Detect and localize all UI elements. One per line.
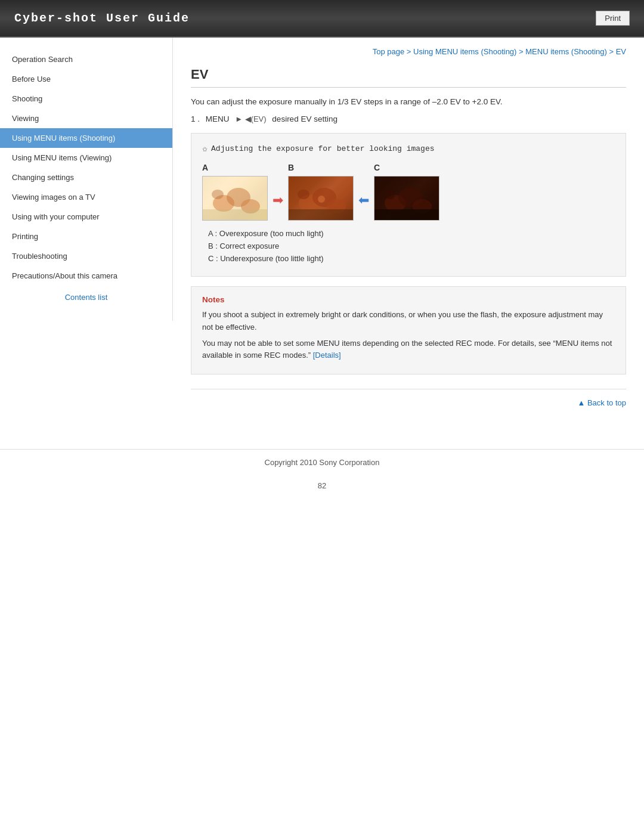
breadcrumb-separator-1: > (407, 47, 413, 56)
sidebar-item-viewing-tv[interactable]: Viewing images on a TV (0, 187, 172, 207)
svg-point-4 (212, 190, 224, 199)
header: Cyber-shot User Guide Print (0, 0, 644, 38)
breadcrumb-top-page[interactable]: Top page (373, 47, 405, 56)
sidebar-item-using-menu-shooting[interactable]: Using MENU items (Shooting) (0, 128, 172, 148)
exposure-label-c: C (374, 163, 380, 172)
sidebar-item-operation-search[interactable]: Operation Search (0, 49, 172, 69)
exposure-col-c: C (374, 163, 439, 221)
sidebar-item-using-computer[interactable]: Using with your computer (0, 207, 172, 227)
content-area: Top page > Using MENU items (Shooting) >… (173, 38, 644, 425)
sidebar-item-changing-settings[interactable]: Changing settings (0, 168, 172, 187)
svg-point-12 (318, 196, 325, 203)
exposure-label-b: B (288, 163, 294, 172)
step-arrow-symbol: ► ◀(EV) (233, 114, 267, 123)
tip-icon: ✩ (202, 143, 208, 154)
step-menu-text: MENU (203, 114, 230, 123)
tip-title: ✩ Adjusting the exposure for better look… (202, 143, 615, 154)
breadcrumb-separator-2: > (519, 47, 525, 56)
caption-list: A : Overexposure (too much light) B : Co… (208, 229, 615, 263)
sidebar-item-troubleshooting[interactable]: Troubleshooting (0, 246, 172, 266)
tip-box: ✩ Adjusting the exposure for better look… (191, 133, 626, 277)
tip-title-text: Adjusting the exposure for better lookin… (211, 144, 434, 153)
notes-box: Notes If you shoot a subject in extremel… (191, 286, 626, 374)
exposure-image-a (202, 176, 268, 221)
breadcrumb-ev[interactable]: EV (616, 47, 626, 56)
page-number: 82 (0, 481, 644, 502)
exposure-image-c (374, 176, 439, 221)
details-link[interactable]: [Details] (313, 351, 341, 360)
flower-svg-c (374, 176, 439, 221)
page-description: You can adjust the exposure manually in … (191, 97, 626, 106)
notes-title: Notes (202, 295, 615, 304)
contents-list-link[interactable]: Contents list (0, 286, 172, 309)
footer: Copyright 2010 Sony Corporation (0, 449, 644, 475)
notes-paragraph-2: You may not be able to set some MENU ite… (202, 337, 615, 363)
breadcrumb-menu-items-shooting[interactable]: MENU items (Shooting) (525, 47, 607, 56)
sidebar-item-before-use[interactable]: Before Use (0, 69, 172, 89)
notes-paragraph-1: If you shoot a subject in extremely brig… (202, 309, 615, 334)
arrow-left: ⬅ (358, 193, 369, 208)
caption-a: A : Overexposure (too much light) (208, 229, 615, 238)
breadcrumb-separator-3: > (609, 47, 615, 56)
flower-svg-b (289, 176, 354, 221)
svg-rect-11 (289, 209, 354, 221)
caption-b: B : Correct exposure (208, 241, 615, 250)
svg-point-10 (298, 190, 309, 199)
sidebar-item-shooting[interactable]: Shooting (0, 89, 172, 109)
svg-rect-5 (203, 209, 268, 221)
caption-c: C : Underexposure (too little light) (208, 254, 615, 263)
step-end-text: desired EV setting (270, 114, 338, 123)
arrow-right: ➡ (273, 193, 283, 208)
step-1: 1 . MENU ► ◀(EV) desired EV setting (191, 114, 626, 123)
copyright-text: Copyright 2010 Sony Corporation (265, 458, 380, 467)
app-title: Cyber-shot User Guide (14, 11, 190, 25)
exposure-col-a: A (202, 163, 268, 221)
sidebar-item-using-menu-viewing[interactable]: Using MENU items (Viewing) (0, 148, 172, 168)
sidebar-item-viewing[interactable]: Viewing (0, 109, 172, 128)
svg-point-17 (383, 190, 395, 199)
main-layout: Operation Search Before Use Shooting Vie… (0, 38, 644, 425)
exposure-image-b (288, 176, 354, 221)
step-number: 1 . (191, 114, 200, 123)
back-to-top-link[interactable]: ▲ Back to top (577, 398, 626, 407)
page-title: EV (191, 67, 626, 88)
print-button[interactable]: Print (596, 11, 630, 26)
sidebar-item-printing[interactable]: Printing (0, 227, 172, 246)
back-to-top-row: ▲ Back to top (191, 389, 626, 407)
breadcrumb-using-menu-shooting[interactable]: Using MENU items (Shooting) (413, 47, 516, 56)
svg-rect-18 (374, 209, 439, 221)
sidebar-item-precautions[interactable]: Precautions/About this camera (0, 266, 172, 286)
exposure-label-a: A (202, 163, 208, 172)
exposure-diagram: A ➡ B (202, 163, 615, 221)
sidebar: Operation Search Before Use Shooting Vie… (0, 38, 173, 321)
breadcrumb: Top page > Using MENU items (Shooting) >… (191, 47, 626, 56)
flower-svg-a (203, 176, 268, 221)
exposure-col-b: B (288, 163, 354, 221)
